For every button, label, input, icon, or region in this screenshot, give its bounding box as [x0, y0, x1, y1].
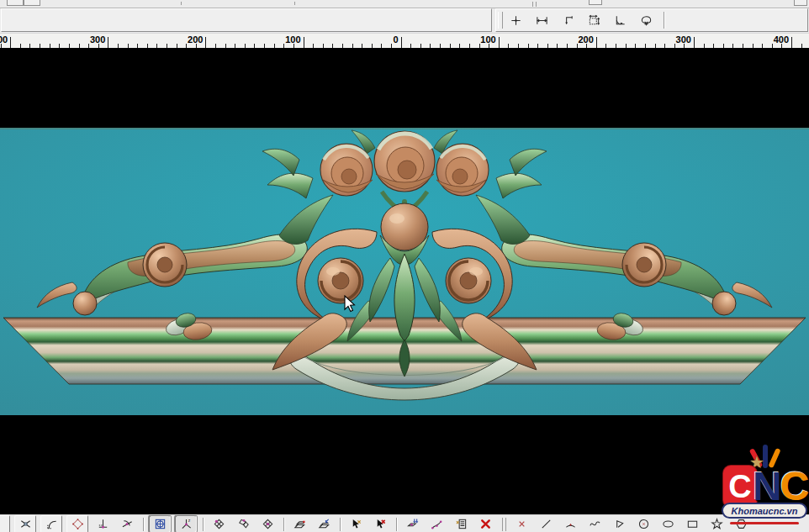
relief-ornament — [0, 128, 809, 415]
snap-fillet-icon — [45, 518, 58, 530]
project-points-icon — [406, 518, 419, 530]
ruler-tick-major — [10, 37, 11, 48]
draw-rectangle-icon — [686, 518, 699, 530]
snap-tangent-icon — [121, 518, 134, 530]
measure-angle-button[interactable] — [612, 13, 627, 28]
node-center-button[interactable] — [257, 517, 278, 532]
clipped-button — [589, 0, 602, 5]
measure-step-button[interactable] — [560, 13, 575, 28]
logo-letter-c2: C — [780, 466, 809, 507]
measure-point-button[interactable] — [508, 13, 523, 28]
dimension-tools — [508, 13, 653, 28]
snap-intersection-button[interactable] — [14, 515, 36, 532]
measure-point-icon — [510, 14, 522, 27]
project-points-button[interactable] — [402, 517, 422, 532]
toolbar-row — [0, 8, 809, 33]
clipped-button — [24, 0, 40, 6]
ruler-tick-major — [108, 37, 108, 48]
snap-tangent-button[interactable] — [117, 517, 137, 532]
empty-toolbar-panel — [1, 8, 492, 32]
ruler-tick-major — [304, 37, 304, 48]
ruler-label: 100 — [480, 34, 495, 45]
draw-line-icon — [540, 518, 553, 530]
measure-region-button[interactable] — [638, 13, 653, 28]
draw-point-button[interactable] — [511, 517, 531, 532]
clipped-button — [794, 0, 807, 6]
toolbar-separator — [502, 518, 506, 531]
node-corner-icon — [213, 518, 225, 530]
layer-stack-button[interactable] — [289, 517, 309, 532]
horizontal-ruler: 4003002001000100200300400 — [0, 33, 809, 49]
draw-arc-button[interactable] — [560, 517, 580, 532]
ruler-label: 100 — [285, 34, 300, 45]
toolbar-separator — [283, 518, 285, 531]
draw-polyline-button[interactable] — [609, 517, 629, 532]
draw-point-icon — [516, 518, 528, 530]
draw-circle-button[interactable] — [633, 517, 653, 532]
node-corner-button[interactable] — [209, 517, 229, 532]
snap-perpendicular-button[interactable] — [93, 517, 113, 532]
drawing-toolbar: z — [0, 514, 809, 532]
layer-import-button[interactable] — [314, 517, 334, 532]
draw-polyline-icon — [613, 518, 626, 530]
select-snap-button[interactable] — [346, 517, 366, 532]
ruler-label: 200 — [188, 34, 203, 45]
pick-list-button[interactable] — [451, 517, 471, 532]
measure-step-icon — [562, 14, 574, 27]
axis-3d-button[interactable]: z — [175, 515, 197, 532]
ruler-tick-major — [694, 37, 695, 48]
ruler-label: 400 — [774, 34, 789, 45]
delete-button[interactable] — [475, 517, 495, 532]
measure-region-icon — [640, 14, 653, 27]
snap-intersection-icon — [19, 518, 32, 530]
relief-canvas[interactable] — [0, 128, 809, 415]
ruler-label: 200 — [578, 34, 593, 45]
clipped-button — [7, 0, 24, 6]
logo-domain-badge: Khomaucnc.vn — [722, 503, 807, 519]
logo-underline — [730, 522, 799, 524]
node-double-button[interactable] — [233, 517, 253, 532]
draw-line-button[interactable] — [536, 517, 556, 532]
draw-spline-button[interactable] — [584, 517, 605, 532]
measure-distance-button[interactable] — [534, 13, 549, 28]
ruler-tick-major — [499, 37, 500, 48]
toolbar-separator — [203, 518, 204, 531]
snap-partial-button[interactable] — [0, 515, 10, 532]
toolbar-separator — [664, 12, 665, 29]
edit-nodes-button[interactable] — [426, 517, 447, 532]
grid-snap-button[interactable] — [149, 515, 171, 532]
ruler-label: 0 — [393, 34, 398, 45]
draw-rectangle-button[interactable] — [682, 517, 702, 532]
draw-arc-icon — [564, 518, 577, 530]
measure-rect-button[interactable] — [586, 13, 601, 28]
snap-fillet-button[interactable] — [40, 515, 62, 532]
layer-import-icon — [318, 518, 330, 530]
3d-viewport[interactable] — [0, 48, 809, 514]
toolbar-drag-handle[interactable] — [498, 12, 503, 29]
node-center-icon — [262, 518, 274, 530]
toolbar-separator — [143, 518, 145, 531]
measure-distance-icon — [536, 14, 548, 27]
ruler-label: 300 — [676, 34, 691, 45]
draw-ellipse-icon — [662, 518, 674, 530]
watermark-logo: ★ C N C Khomaucnc.vn — [722, 443, 807, 529]
delete-icon — [479, 518, 492, 530]
layer-stack-icon — [293, 518, 306, 530]
draw-ellipse-button[interactable] — [658, 517, 678, 532]
clipped-mark — [181, 2, 182, 5]
snap-quadrant-icon — [71, 518, 84, 530]
clipped-mark — [294, 2, 295, 5]
axis-3d-icon: z — [180, 518, 193, 530]
grid-snap-icon — [154, 518, 167, 530]
svg-text:z: z — [188, 518, 190, 523]
draw-spline-icon — [589, 518, 601, 530]
select-remove-icon — [374, 518, 387, 530]
edit-nodes-icon — [431, 518, 443, 530]
ruler-tick-major — [205, 37, 206, 48]
logo-letter-c1: C — [723, 466, 757, 508]
snap-quadrant-button[interactable] — [66, 515, 88, 532]
select-remove-button[interactable] — [370, 517, 390, 532]
dimension-toolbar — [495, 8, 808, 32]
snap-perpendicular-icon — [97, 518, 109, 530]
clipped-separator — [536, 2, 537, 7]
